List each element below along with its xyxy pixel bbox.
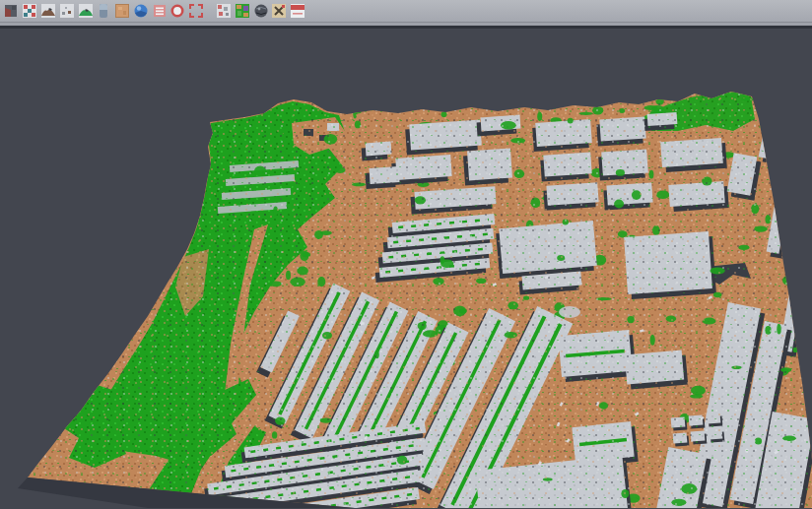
toolbar-button-6[interactable] bbox=[95, 2, 112, 21]
ortho-tile-icon bbox=[114, 3, 130, 19]
ground-points-icon bbox=[59, 3, 75, 19]
profile-column-icon bbox=[96, 3, 111, 19]
selection-brackets-icon bbox=[188, 3, 204, 19]
red-ring-icon bbox=[169, 3, 185, 19]
toolbar-button-10[interactable] bbox=[169, 2, 186, 21]
classification-map-icon bbox=[235, 3, 250, 19]
globe-icon bbox=[133, 3, 149, 19]
toolbar-button-9[interactable] bbox=[151, 2, 169, 21]
red-layers-icon bbox=[152, 3, 168, 19]
point-cloud-render bbox=[0, 29, 812, 508]
toolbar-button-12[interactable] bbox=[215, 2, 233, 21]
application-window bbox=[0, 0, 812, 509]
toolbar-button-11[interactable] bbox=[187, 2, 205, 21]
toolbar-button-3[interactable] bbox=[39, 2, 57, 21]
toolbar-button-15[interactable] bbox=[270, 2, 288, 21]
toolbar-button-1[interactable] bbox=[2, 2, 20, 21]
toolbar-button-13[interactable] bbox=[234, 2, 251, 21]
toolbar-button-16[interactable] bbox=[289, 2, 306, 21]
classify-sample-icon bbox=[216, 3, 232, 19]
toolbar-button-8[interactable] bbox=[132, 2, 150, 21]
viewport-3d[interactable] bbox=[0, 29, 812, 508]
toolbar-button-2[interactable] bbox=[21, 2, 38, 21]
terrain-hill-icon bbox=[40, 3, 56, 19]
toolbar-button-5[interactable] bbox=[77, 2, 95, 21]
sphere-mesh-icon bbox=[253, 3, 269, 19]
red-band-icon bbox=[290, 3, 305, 19]
vegetation-hill-icon bbox=[78, 3, 94, 19]
toolbar-button-14[interactable] bbox=[252, 2, 270, 21]
toolbar-button-4[interactable] bbox=[58, 2, 76, 21]
toolbar-button-7[interactable] bbox=[113, 2, 131, 21]
toolbar-gap bbox=[206, 2, 215, 21]
shade-tile-icon bbox=[3, 3, 19, 19]
measure-flag-icon bbox=[271, 3, 287, 19]
colorize-points-icon bbox=[22, 3, 37, 19]
toolbar bbox=[0, 0, 812, 23]
